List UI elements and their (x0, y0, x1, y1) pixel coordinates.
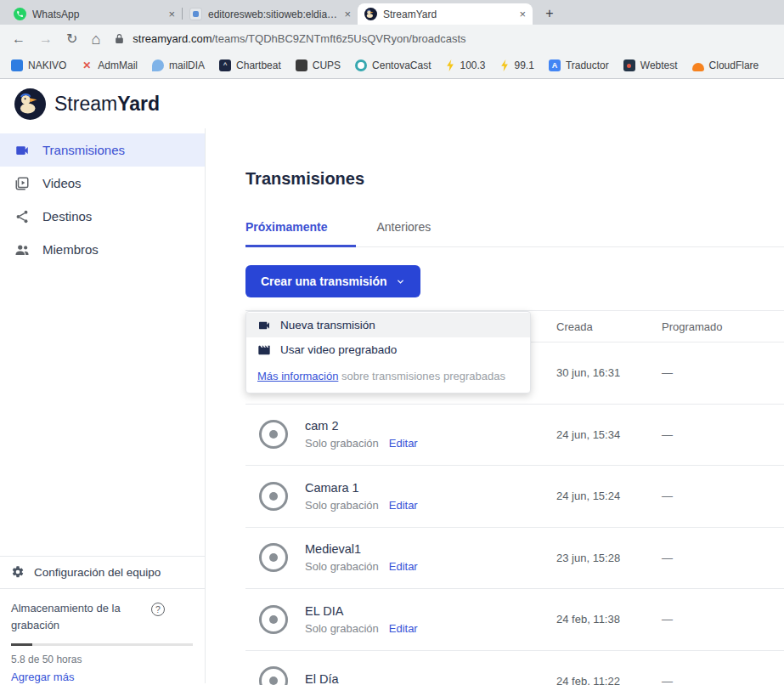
scheduled-value: — (662, 613, 673, 626)
video-camera-icon (14, 143, 30, 158)
tab-anteriores[interactable]: Anteriores (376, 220, 431, 246)
screen: WhatsApp × editoresweb:sitioweb:eldia.co… (0, 0, 784, 685)
main-content: Transmisiones Próximamente Anteriores Cr… (206, 128, 784, 683)
brand-name: StreamYard (54, 93, 160, 116)
menu-item-prerecorded-video[interactable]: Usar video pregrabado (246, 337, 530, 362)
url-omnibox[interactable]: streamyard.com/teams/TQDhBC9ZNTmft6z5UsQ… (114, 28, 772, 50)
tab-close-icon[interactable]: × (519, 8, 526, 20)
record-icon (259, 420, 288, 449)
storage-section: Almacenamiento de la grabación ? 5.8 de … (0, 588, 205, 683)
tab-close-icon[interactable]: × (344, 8, 351, 20)
forward-icon[interactable] (39, 32, 53, 46)
brand-light: Stream (54, 93, 117, 115)
sidebar-item-videos[interactable]: Videos (0, 167, 205, 200)
whatsapp-favicon (14, 8, 26, 20)
tab-streamyard-active[interactable]: StreamYard × (358, 3, 533, 25)
tab-close-icon[interactable]: × (168, 8, 175, 20)
bookmark-cups[interactable]: CUPS (296, 59, 341, 71)
table-row: El Día 24 feb, 11:22 — (245, 650, 784, 685)
centovacast-icon (355, 59, 367, 71)
scheduled-value: — (662, 428, 673, 441)
new-tab-button[interactable]: + (539, 3, 560, 24)
scheduled-value: — (662, 366, 673, 379)
back-icon[interactable] (12, 32, 25, 46)
tab-whatsapp[interactable]: WhatsApp × (7, 3, 182, 25)
bookmark-centovacast[interactable]: CentovaCast (355, 59, 431, 71)
bookmark-webtest[interactable]: Webtest (623, 59, 678, 71)
bookmark-maildia[interactable]: mailDIA (152, 59, 205, 71)
table-row: cam 2 Solo grabaciónEditar 24 jun, 15:34… (245, 404, 784, 466)
table-row: Camara 1 Solo grabaciónEditar 24 jun, 15… (245, 465, 784, 527)
bookmark-label: 99.1 (515, 59, 534, 71)
more-info-link[interactable]: Más información (257, 370, 338, 382)
bookmark-chartbeat[interactable]: Chartbeat (219, 59, 281, 71)
create-broadcast-label: Crear una transmisión (261, 275, 387, 288)
broadcast-name: Medieval1 (305, 542, 418, 556)
menu-item-label: Usar video pregrabado (280, 343, 397, 356)
menu-info-rest: sobre transmisiones pregrabadas (338, 370, 505, 382)
add-storage-link[interactable]: Agregar más (11, 671, 194, 683)
tab-title: WhatsApp (32, 8, 162, 20)
cups-icon (296, 59, 307, 71)
create-broadcast-button[interactable]: Crear una transmisión (245, 265, 420, 297)
broadcast-name: El Día (305, 672, 339, 685)
record-icon (259, 666, 288, 685)
broadcast-name: Camara 1 (305, 481, 418, 495)
team-settings-button[interactable]: Configuración del equipo (0, 556, 205, 588)
scheduled-value: — (662, 675, 673, 685)
chartbeat-icon (219, 59, 231, 71)
created-value: 24 feb, 11:38 (556, 613, 620, 626)
home-icon[interactable] (91, 31, 100, 47)
created-value: 24 feb, 11:22 (556, 675, 620, 685)
storage-progress-fill (11, 643, 32, 646)
app-header: StreamYard (0, 79, 784, 128)
brand-bold: Yard (117, 93, 160, 115)
table-row: Medieval1 Solo grabaciónEditar 23 jun, 1… (245, 527, 784, 589)
sidebar-item-destinos[interactable]: Destinos (0, 200, 205, 233)
bookmark-cloudflare[interactable]: CloudFlare (692, 59, 759, 71)
bookmark-admmail[interactable]: AdmMail (81, 59, 138, 71)
bookmark-label: Chartbeat (236, 59, 281, 71)
edit-link[interactable]: Editar (389, 560, 418, 573)
edit-link[interactable]: Editar (389, 499, 418, 512)
people-icon (14, 242, 30, 258)
bookmark-traductor[interactable]: Traductor (549, 59, 609, 71)
created-value: 23 jun, 15:28 (556, 552, 620, 564)
bookmark-label: mailDIA (169, 59, 205, 71)
browser-address-bar: streamyard.com/teams/TQDhBC9ZNTmft6z5UsQ… (0, 25, 784, 53)
sidebar-item-label: Videos (42, 176, 82, 190)
reload-icon[interactable] (66, 32, 77, 46)
lock-icon (114, 33, 125, 44)
edit-link[interactable]: Editar (389, 437, 418, 450)
lightning-bolt-icon (445, 59, 454, 71)
sidebar-item-transmisiones[interactable]: Transmisiones (0, 133, 205, 167)
bookmark-radio-99-1[interactable]: 99.1 (500, 59, 534, 71)
tab-proximamente[interactable]: Próximamente (245, 220, 356, 247)
bookmark-radio-100-3[interactable]: 100.3 (445, 59, 485, 71)
bookmark-nakivo[interactable]: NAKIVO (11, 59, 66, 71)
tab-title: StreamYard (383, 8, 513, 20)
edit-link[interactable]: Editar (389, 622, 418, 635)
scheduled-value: — (662, 552, 673, 564)
url-text: streamyard.com/teams/TQDhBC9ZNTmft6z5UsQ… (133, 32, 465, 45)
menu-item-new-broadcast[interactable]: Nueva transmisión (246, 313, 530, 337)
broadcast-type: Solo grabación (305, 499, 379, 512)
gear-icon (11, 565, 25, 579)
chevron-down-icon (396, 277, 405, 286)
bookmark-label: Webtest (640, 59, 678, 71)
help-icon[interactable]: ? (151, 603, 165, 616)
sidebar-item-label: Transmisiones (42, 143, 125, 157)
storage-progress-bar (11, 643, 193, 646)
tab-eldia[interactable]: editoresweb:sitioweb:eldia.co × (183, 3, 358, 25)
nakivo-icon (11, 59, 23, 71)
sidebar-item-miembros[interactable]: Miembros (0, 233, 205, 266)
broadcast-type: Solo grabación (305, 560, 379, 573)
streamyard-logo[interactable] (14, 88, 46, 120)
team-settings-label: Configuración del equipo (34, 566, 161, 579)
webtest-icon (623, 59, 635, 71)
sidebar-item-label: Miembros (42, 242, 99, 257)
record-icon (259, 543, 288, 572)
broadcast-name: cam 2 (305, 419, 418, 433)
broadcast-type: Solo grabación (305, 437, 379, 450)
sidebar: Transmisiones Videos Destinos Miembros (0, 128, 206, 683)
